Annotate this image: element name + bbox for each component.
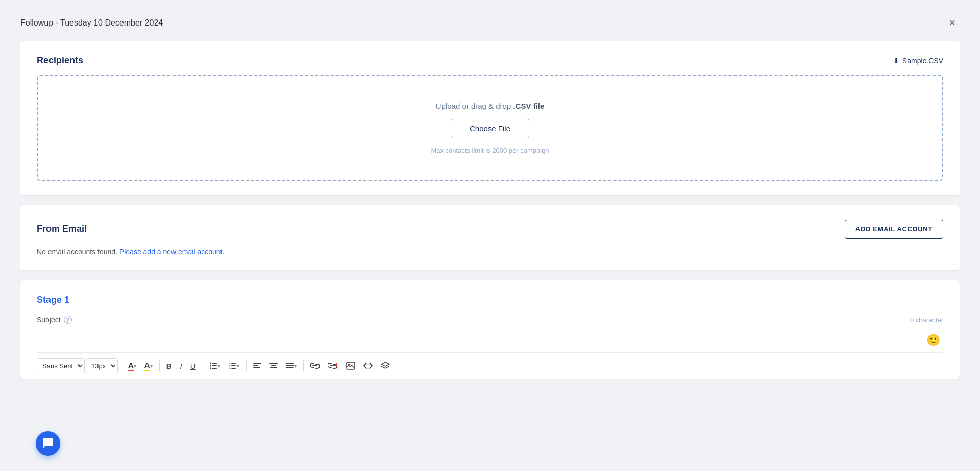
svg-rect-20 <box>286 367 294 368</box>
editor-toolbar: Sans Serif 13px A ▾ A ▾ B I U <box>37 352 943 379</box>
toolbar-divider-3 <box>203 360 203 371</box>
sample-csv-label: Sample.CSV <box>902 57 943 65</box>
toolbar-divider-5 <box>303 360 304 371</box>
svg-point-4 <box>210 368 211 369</box>
toolbar-divider-4 <box>246 360 247 371</box>
svg-rect-7 <box>231 363 236 364</box>
subject-input-row: 🙂 <box>37 328 943 352</box>
chat-icon <box>41 437 55 450</box>
svg-point-0 <box>210 363 211 364</box>
bg-color-button[interactable]: A ▾ <box>141 358 156 373</box>
svg-rect-11 <box>231 368 236 369</box>
svg-rect-13 <box>253 365 258 366</box>
svg-point-2 <box>210 365 211 367</box>
bullet-list-icon <box>210 362 218 369</box>
upload-drop-zone[interactable]: Upload or drag & drop .CSV file Choose F… <box>37 75 943 181</box>
svg-rect-14 <box>253 367 260 368</box>
drop-zone-limit-text: Max contacts limit is 2000 per campaign <box>431 147 549 154</box>
toolbar-divider-2 <box>159 360 160 371</box>
svg-rect-19 <box>286 365 294 366</box>
text-color-button[interactable]: A ▾ <box>125 358 140 373</box>
svg-rect-15 <box>270 363 278 364</box>
unlink-button[interactable] <box>324 358 341 373</box>
svg-rect-17 <box>270 367 277 368</box>
toolbar-divider-1 <box>121 360 121 371</box>
recipients-title: Recipients <box>37 55 83 66</box>
help-icon[interactable]: ? <box>64 316 72 324</box>
svg-rect-5 <box>212 368 217 369</box>
recipients-card-header: Recipients ⬇ Sample.CSV <box>37 55 943 66</box>
upload-text-highlight: .CSV file <box>513 102 544 110</box>
svg-rect-9 <box>231 365 236 366</box>
link-icon <box>310 362 320 369</box>
bg-color-arrow: ▾ <box>150 363 153 369</box>
align-more-icon <box>286 362 294 369</box>
from-email-card: From Email ADD EMAIL ACCOUNT No email ac… <box>20 205 960 270</box>
font-size-select[interactable]: 13px <box>86 358 118 373</box>
download-icon: ⬇ <box>893 57 899 65</box>
text-color-icon: A <box>128 361 134 371</box>
text-color-arrow: ▾ <box>134 363 136 369</box>
layers-button[interactable] <box>377 358 394 373</box>
svg-rect-16 <box>271 365 276 366</box>
align-center-button[interactable] <box>266 358 281 373</box>
align-left-icon <box>253 362 261 369</box>
bold-button[interactable]: B <box>163 358 176 373</box>
no-accounts-text: No email accounts found. Please add a ne… <box>37 248 943 256</box>
ordered-list-icon: 1. 2. 3. <box>229 362 237 369</box>
subject-label-group: Subject ? <box>37 316 72 324</box>
align-dropdown-button[interactable]: ▾ <box>282 358 300 373</box>
font-family-group: Sans Serif <box>37 358 85 373</box>
svg-marker-27 <box>381 362 389 366</box>
choose-file-button[interactable]: Choose File <box>451 119 529 138</box>
page-title: Followup - Tuesday 10 December 2024 <box>20 18 163 28</box>
link-button[interactable] <box>307 358 323 373</box>
svg-rect-12 <box>253 363 261 364</box>
stage1-title: Stage 1 <box>37 295 943 305</box>
emoji-button[interactable]: 🙂 <box>923 333 943 348</box>
layers-icon <box>381 362 390 370</box>
recipients-card: Recipients ⬇ Sample.CSV Upload or drag &… <box>20 41 960 195</box>
sample-csv-link[interactable]: ⬇ Sample.CSV <box>893 57 943 65</box>
image-button[interactable] <box>342 358 359 373</box>
align-center-icon <box>270 362 278 369</box>
svg-rect-3 <box>212 365 217 366</box>
chat-button[interactable] <box>36 431 60 456</box>
font-family-select[interactable]: Sans Serif <box>37 358 85 373</box>
svg-rect-1 <box>212 363 217 364</box>
from-email-title: From Email <box>37 224 87 234</box>
align-left-button[interactable] <box>250 358 265 373</box>
code-icon <box>363 362 373 369</box>
add-new-email-link[interactable]: Please add a new email account. <box>119 248 224 256</box>
ordered-list-button[interactable]: 1. 2. 3. ▾ <box>225 358 243 373</box>
from-email-card-header: From Email ADD EMAIL ACCOUNT <box>37 220 943 239</box>
close-button[interactable]: × <box>945 15 960 31</box>
header-bar: Followup - Tuesday 10 December 2024 × <box>20 10 960 41</box>
bg-color-icon: A <box>144 361 150 371</box>
italic-button[interactable]: I <box>177 358 186 373</box>
add-email-account-button[interactable]: ADD EMAIL ACCOUNT <box>845 220 943 239</box>
bullet-list-arrow: ▾ <box>218 363 220 369</box>
char-count: 0 character <box>910 316 943 324</box>
underline-button[interactable]: U <box>187 358 200 373</box>
align-dropdown-arrow: ▾ <box>294 363 297 369</box>
code-button[interactable] <box>360 358 376 373</box>
stage1-card: Stage 1 Subject ? 0 character 🙂 Sans Ser… <box>20 280 960 379</box>
image-icon <box>346 362 355 370</box>
unlink-icon <box>328 362 338 369</box>
subject-row: Subject ? 0 character <box>37 316 943 328</box>
subject-label: Subject <box>37 316 61 324</box>
drop-zone-text: Upload or drag & drop .CSV file <box>436 102 545 110</box>
bullet-list-button[interactable]: ▾ <box>206 358 224 373</box>
svg-rect-18 <box>286 363 294 364</box>
upload-text-prefix: Upload or drag & drop <box>436 102 513 110</box>
svg-text:3.: 3. <box>229 367 230 369</box>
ordered-list-arrow: ▾ <box>237 363 239 369</box>
font-size-group: 13px <box>86 358 118 373</box>
